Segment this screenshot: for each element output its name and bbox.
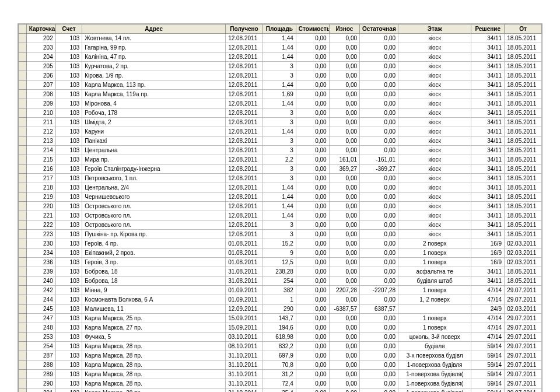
cell-wear[interactable]: 0,00	[329, 34, 359, 43]
cell-decis[interactable]: 59/14	[471, 360, 505, 370]
cell-acct[interactable]: 103	[55, 192, 82, 202]
cell-wear[interactable]: 0,00	[329, 146, 359, 155]
cell-card[interactable]: 204	[26, 52, 55, 62]
cell-resid[interactable]: 0,00	[360, 192, 398, 202]
cell-acct[interactable]: 103	[55, 258, 82, 267]
cell-wear[interactable]: 0,00	[329, 43, 359, 52]
cell-addr[interactable]: Островського пл.	[82, 202, 226, 211]
cell-resid[interactable]: 0,00	[360, 295, 398, 304]
cell-wear[interactable]: 0,00	[329, 136, 359, 146]
cell-acct[interactable]: 103	[55, 379, 82, 388]
cell-card[interactable]: 288	[26, 360, 55, 370]
cell-recv[interactable]: 12.08.2011	[226, 80, 263, 90]
cell-addr[interactable]: Боброва, 18	[82, 276, 226, 286]
cell-acct[interactable]: 103	[55, 314, 82, 323]
cell-card[interactable]: 230	[26, 239, 55, 249]
cell-addr[interactable]: Карла Маркса, 28 пр.	[82, 360, 226, 370]
cell-acct[interactable]: 103	[55, 295, 82, 304]
cell-card[interactable]: 208	[26, 90, 55, 99]
cell-from[interactable]: 18.05.2011	[505, 108, 542, 118]
cell-cost[interactable]: 0,00	[296, 90, 329, 99]
cell-acct[interactable]: 103	[55, 332, 82, 342]
table-row[interactable]: 247103Карла Маркса, 25 пр.15.09.2011143,…	[19, 314, 542, 323]
cell-floor[interactable]: кіоск	[398, 127, 471, 136]
cell-wear[interactable]: 0,00	[329, 90, 359, 99]
cell-card[interactable]: 206	[26, 71, 55, 80]
cell-resid[interactable]: 0,00	[360, 249, 398, 258]
cell-from[interactable]: 18.05.2011	[505, 52, 542, 62]
table-row[interactable]: 203103Гагаріна, 99 пр.12.08.20111,440,00…	[19, 43, 542, 52]
cell-recv[interactable]: 31.08.2011	[226, 267, 263, 276]
cell-from[interactable]: 18.05.2011	[505, 276, 542, 286]
cell-card[interactable]: 254	[26, 342, 55, 351]
cell-resid[interactable]: 0,00	[360, 342, 398, 351]
cell-from[interactable]: 29.07.2011	[505, 342, 542, 351]
cell-cost[interactable]: 0,00	[296, 202, 329, 211]
cell-recv[interactable]: 01.09.2011	[226, 286, 263, 295]
cell-recv[interactable]: 12.08.2011	[226, 155, 263, 164]
cell-area[interactable]: 1,44	[262, 127, 296, 136]
cell-addr[interactable]: Карла Маркса, 27 пр.	[82, 323, 226, 332]
table-row[interactable]: 213103Панікахі12.08.201130,000,000,00кіо…	[19, 136, 542, 146]
cell-wear[interactable]: 0,00	[329, 379, 359, 388]
cell-cost[interactable]: 0,00	[296, 295, 329, 304]
cell-cost[interactable]: 0,00	[296, 276, 329, 286]
cell-card[interactable]: 245	[26, 304, 55, 314]
cell-from[interactable]: 18.05.2011	[505, 127, 542, 136]
cell-resid[interactable]: 0,00	[360, 220, 398, 230]
table-row[interactable]: 204103Калініна, 47 пр.12.08.20111,440,00…	[19, 52, 542, 62]
cell-addr[interactable]: Гагаріна, 99 пр.	[82, 43, 226, 52]
cell-decis[interactable]: 34/11	[471, 220, 505, 230]
table-row[interactable]: 220103Островського пл.12.08.20111,440,00…	[19, 202, 542, 211]
cell-floor[interactable]: 1 поверх	[398, 258, 471, 267]
cell-from[interactable]: 18.05.2011	[505, 211, 542, 220]
cell-acct[interactable]: 103	[55, 276, 82, 286]
column-header-area[interactable]: Площадь	[262, 24, 296, 34]
cell-decis[interactable]: 59/14	[471, 370, 505, 379]
cell-card[interactable]: 287	[26, 351, 55, 360]
table-row[interactable]: 202103Жовтнева, 14 пл.12.08.20111,440,00…	[19, 34, 542, 43]
cell-recv[interactable]: 08.10.2011	[226, 342, 263, 351]
cell-acct[interactable]: 103	[55, 71, 82, 80]
cell-area[interactable]: 3	[262, 108, 296, 118]
cell-card[interactable]: 215	[26, 155, 55, 164]
cell-acct[interactable]: 103	[55, 239, 82, 249]
cell-recv[interactable]: 12.08.2011	[226, 34, 263, 43]
cell-recv[interactable]: 12.08.2011	[226, 211, 263, 220]
cell-addr[interactable]: Островського пл.	[82, 220, 226, 230]
table-row[interactable]: 205103Курчатова, 2 пр.12.08.201130,000,0…	[19, 62, 542, 71]
cell-floor[interactable]: будівля	[398, 342, 471, 351]
cell-area[interactable]: 3	[262, 71, 296, 80]
cell-addr[interactable]: Карла Маркса, 25 пр.	[82, 314, 226, 323]
cell-decis[interactable]: 47/14	[471, 314, 505, 323]
cell-card[interactable]: 222	[26, 220, 55, 230]
cell-floor[interactable]: цоколь, 3-й поверх	[398, 332, 471, 342]
cell-wear[interactable]: 0,00	[329, 62, 359, 71]
table-row[interactable]: 254103Карла Маркса, 28 пр.08.10.2011832,…	[19, 342, 542, 351]
table-row[interactable]: 223103Пушкіна- пр. Кірова пр.12.08.20113…	[19, 230, 542, 239]
cell-area[interactable]: 1,44	[262, 52, 296, 62]
cell-addr[interactable]: Малишева, 11	[82, 304, 226, 314]
table-row[interactable]: 290103Карла Маркса, 28 пр.31.10.201172,4…	[19, 379, 542, 388]
cell-decis[interactable]: 34/11	[471, 136, 505, 146]
cell-wear[interactable]: 0,00	[329, 80, 359, 90]
cell-decis[interactable]: 34/11	[471, 90, 505, 99]
cell-floor[interactable]: кіоск	[398, 118, 471, 127]
cell-area[interactable]: 618,98	[262, 332, 296, 342]
cell-addr[interactable]: Карла Маркса, 28 пр.	[82, 342, 226, 351]
cell-addr[interactable]: Панікахі	[82, 136, 226, 146]
cell-decis[interactable]: 34/11	[471, 71, 505, 80]
cell-card[interactable]: 221	[26, 211, 55, 220]
cell-decis[interactable]: 24/9	[471, 304, 505, 314]
cell-recv[interactable]: 12.08.2011	[226, 43, 263, 52]
cell-floor[interactable]: 1-поверхова будівля(	[398, 370, 471, 379]
cell-area[interactable]: 254	[262, 276, 296, 286]
cell-recv[interactable]: 12.09.2011	[226, 304, 263, 314]
cell-floor[interactable]: 1-поверхова будівля	[398, 360, 471, 370]
cell-wear[interactable]: 0,00	[329, 52, 359, 62]
cell-card[interactable]: 203	[26, 43, 55, 52]
cell-floor[interactable]: 1-поверхова будівля(	[398, 388, 471, 393]
data-grid[interactable]: КарточкаСчетАдресПолученоПлощадьСтоимост…	[18, 23, 542, 392]
column-header-decis[interactable]: Решение	[471, 24, 505, 34]
cell-decis[interactable]: 34/11	[471, 267, 505, 276]
